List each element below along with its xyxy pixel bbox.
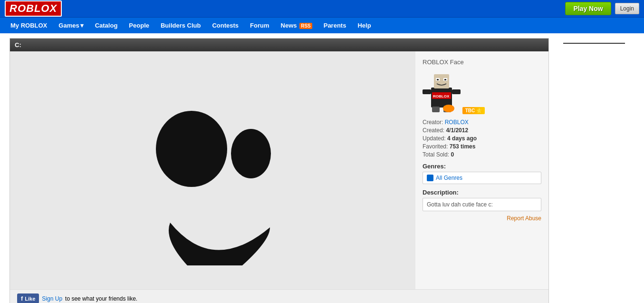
nav-parents[interactable]: Parents: [318, 19, 352, 32]
svg-rect-9: [444, 79, 446, 80]
content-area: C:: [0, 33, 558, 303]
item-details: ROBLOX Face ROBLOX: [415, 51, 548, 289]
genres-link[interactable]: All Genres: [436, 175, 462, 181]
play-now-button[interactable]: Play Now: [565, 2, 611, 15]
avatar-svg: ROBLOX: [423, 69, 461, 112]
nav-builders-club[interactable]: Builders Club: [155, 19, 207, 32]
svg-rect-5: [434, 74, 449, 88]
top-right-controls: Play Now Login: [565, 2, 639, 15]
genres-icon: [427, 175, 433, 181]
facebook-bar: f Like Sign Up to see what your friends …: [10, 289, 548, 303]
facebook-like-button[interactable]: f Like: [17, 293, 39, 303]
creator-row: Creator: ROBLOX: [423, 119, 541, 126]
nav-help[interactable]: Help: [352, 19, 376, 32]
updated-row: Updated: 4 days ago: [423, 135, 541, 142]
login-button[interactable]: Login: [615, 3, 639, 14]
smiley-face: [123, 75, 303, 265]
svg-rect-11: [452, 89, 461, 94]
nav-contests[interactable]: Contests: [206, 19, 244, 32]
svg-rect-12: [432, 107, 440, 112]
item-image-area: [10, 51, 415, 289]
svg-rect-10: [423, 89, 431, 94]
svg-rect-8: [437, 79, 439, 80]
navigation-bar: My ROBLOX Games ▾ Catalog People Builder…: [0, 17, 644, 33]
top-bar: ROBLOX Play Now Login: [0, 0, 644, 17]
total-sold-row: Total Sold: 0: [423, 151, 541, 158]
report-abuse-container: Report Abuse: [423, 215, 541, 222]
nav-people[interactable]: People: [123, 19, 155, 32]
created-row: Created: 4/1/2012: [423, 127, 541, 134]
nav-news[interactable]: News RSS: [275, 19, 318, 32]
signup-link[interactable]: Sign Up: [42, 295, 62, 302]
roblox-logo: ROBLOX: [5, 0, 62, 17]
description-box: Gotta luv dah cutie face c:: [423, 198, 541, 211]
genres-label: Genres:: [423, 163, 541, 170]
nav-catalog[interactable]: Catalog: [89, 19, 124, 32]
fb-rest-text: to see what your friends like.: [65, 295, 137, 302]
svg-point-1: [231, 129, 271, 178]
svg-point-14: [443, 105, 454, 112]
sidebar-divider: [563, 43, 625, 44]
tbc-badge: TBC ⭐: [462, 107, 485, 114]
item-title: ROBLOX Face: [423, 59, 541, 66]
creator-link[interactable]: ROBLOX: [445, 119, 469, 126]
nav-forum[interactable]: Forum: [244, 19, 275, 32]
svg-point-0: [156, 111, 227, 187]
favorited-row: Favorited: 753 times: [423, 143, 541, 150]
rss-icon: RSS: [299, 23, 312, 29]
item-panel: C:: [10, 38, 549, 303]
nav-my-roblox[interactable]: My ROBLOX: [5, 19, 53, 32]
genres-box: All Genres: [423, 172, 541, 184]
report-abuse-link[interactable]: Report Abuse: [507, 215, 541, 222]
nav-games[interactable]: Games ▾: [53, 19, 89, 32]
description-label: Description:: [423, 189, 541, 196]
avatar-container: ROBLOX: [423, 69, 541, 114]
item-panel-header: C:: [10, 39, 548, 51]
item-panel-body: ROBLOX Face ROBLOX: [10, 51, 548, 289]
sidebar: [558, 33, 644, 303]
svg-text:ROBLOX: ROBLOX: [433, 94, 450, 98]
main-layout: C:: [0, 33, 644, 303]
